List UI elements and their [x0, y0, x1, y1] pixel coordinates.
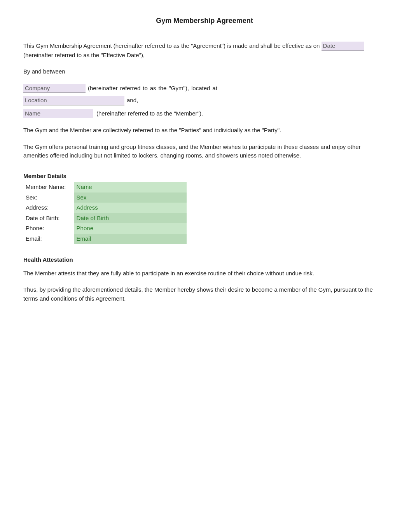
company-text-2: referred	[120, 84, 141, 93]
company-text-1: (hereinafter	[88, 84, 118, 93]
table-row: Sex:Sex	[23, 192, 187, 203]
company-text-3: to	[143, 84, 148, 93]
location-field[interactable]: Location	[23, 96, 124, 105]
field-label: Phone:	[23, 223, 74, 234]
location-row: Location and,	[23, 96, 386, 105]
field-label: Date of Birth:	[23, 213, 74, 224]
name-row: Name (hereinafter referred to as the "Me…	[23, 109, 386, 119]
health-paragraph: The Member attests that they are fully a…	[23, 269, 386, 278]
table-row: Date of Birth:Date of Birth	[23, 213, 187, 224]
table-row: Email:Email	[23, 234, 187, 244]
intro-text-2b: (hereinafter referred to as the "Effecti…	[23, 52, 145, 58]
intro-text-1: This Gym Membership Agreement (hereinaft…	[23, 42, 320, 49]
company-field[interactable]: Company	[23, 84, 86, 93]
table-row: Member Name:Name	[23, 182, 187, 192]
field-value[interactable]: Sex	[74, 192, 187, 203]
field-value[interactable]: Email	[74, 234, 187, 244]
company-row: Company (hereinafter referred to as the …	[23, 84, 386, 93]
table-row: Address:Address	[23, 203, 187, 213]
field-label: Email:	[23, 234, 74, 244]
field-value[interactable]: Name	[74, 182, 187, 192]
health-attestation-title: Health Attestation	[23, 256, 386, 264]
company-text-4: as	[150, 84, 156, 93]
field-value[interactable]: Address	[74, 203, 187, 213]
location-and-text: and,	[127, 96, 138, 105]
field-value[interactable]: Phone	[74, 223, 187, 234]
date-field[interactable]: Date	[322, 42, 364, 51]
company-text-7: located	[191, 84, 210, 93]
company-text-5: the	[159, 84, 167, 93]
desire-paragraph: Thus, by providing the aforementioned de…	[23, 285, 386, 303]
page-title: Gym Membership Agreement	[23, 16, 386, 26]
member-name-inline-field[interactable]: Name	[23, 109, 93, 119]
field-label: Address:	[23, 203, 74, 213]
field-label: Sex:	[23, 192, 74, 203]
by-and-between-text: By and between	[23, 67, 386, 76]
offers-paragraph: The Gym offers personal training and gro…	[23, 143, 386, 160]
member-name-text: (hereinafter referred to as the "Member"…	[96, 109, 203, 118]
company-text-6: "Gym"),	[169, 84, 189, 93]
member-details-table: Member Name:NameSex:SexAddress:AddressDa…	[23, 182, 187, 244]
table-row: Phone:Phone	[23, 223, 187, 234]
company-text-8: at	[212, 84, 217, 93]
member-details-title: Member Details	[23, 172, 386, 181]
intro-paragraph: This Gym Membership Agreement (hereinaft…	[23, 42, 386, 60]
field-label: Member Name:	[23, 182, 74, 192]
health-attestation-section: Health Attestation The Member attests th…	[23, 256, 386, 303]
parties-paragraph: The Gym and the Member are collectively …	[23, 126, 386, 135]
member-details-section: Member Details Member Name:NameSex:SexAd…	[23, 172, 386, 244]
field-value[interactable]: Date of Birth	[74, 213, 187, 224]
